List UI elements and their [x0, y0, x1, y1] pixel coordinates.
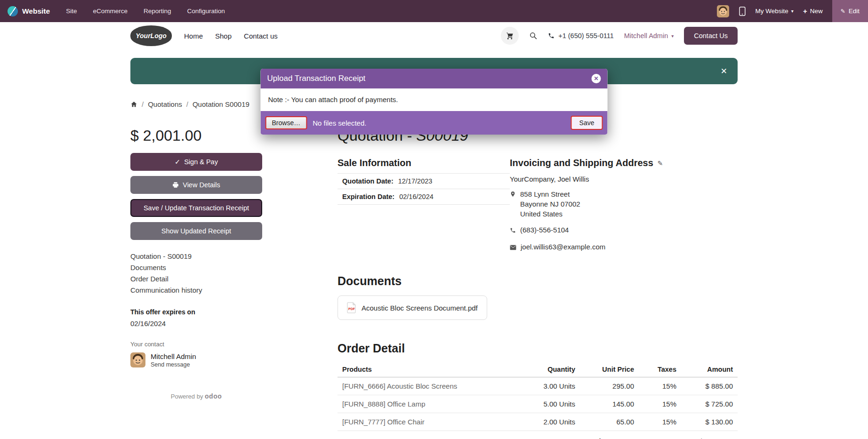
untaxed-amount-label: Untaxed Amount — [573, 437, 629, 439]
sidebar-anchor-links: Quotation - S00019 Documents Order Detai… — [130, 252, 262, 294]
user-menu-dropdown[interactable]: Mitchell Admin ▾ — [624, 32, 674, 40]
topbar-menu-reporting[interactable]: Reporting — [144, 8, 171, 15]
dialog-note: Note :- You can attach proof of payments… — [268, 96, 398, 104]
printer-icon — [172, 182, 179, 188]
quotation-sidebar: $ 2,001.00 ✓ Sign & Pay View Details Sav… — [130, 127, 262, 400]
nav-contact-us[interactable]: Contact us — [244, 32, 278, 40]
nav-home[interactable]: Home — [184, 32, 203, 40]
save-update-receipt-button[interactable]: Save / Update Transaction Receipt — [130, 199, 262, 217]
pencil-icon: ✎ — [841, 8, 845, 15]
dialog-footer: Browse… No files selected. Save — [261, 111, 608, 135]
order-detail-heading: Order Detail — [338, 342, 738, 355]
view-details-button[interactable]: View Details — [130, 176, 262, 194]
contact-label: Your contact — [130, 341, 262, 348]
my-website-dropdown[interactable]: My Website ▾ — [755, 8, 794, 15]
dialog-close-icon[interactable]: ✕ — [592, 74, 601, 83]
sale-information-heading: Sale Information — [338, 158, 510, 168]
envelope-icon — [510, 243, 516, 253]
breadcrumb-quotations[interactable]: Quotations — [148, 100, 182, 108]
upload-receipt-dialog: Upload Transaction Receipt ✕ Note :- You… — [261, 69, 608, 135]
user-avatar[interactable] — [717, 5, 729, 17]
topbar-menu-configuration[interactable]: Configuration — [187, 8, 225, 15]
mobile-preview-icon[interactable] — [739, 7, 746, 16]
dialog-header: Upload Transaction Receipt ✕ — [261, 69, 608, 88]
dialog-title: Upload Transaction Receipt — [267, 74, 366, 83]
show-updated-receipt-button[interactable]: Show Updated Receipt — [130, 222, 262, 240]
document-filename: Acoustic Bloc Screens Document.pdf — [362, 304, 478, 312]
topbar-menu-site[interactable]: Site — [66, 8, 77, 15]
new-button[interactable]: + New — [803, 7, 823, 15]
order-detail-section: Order Detail Products Quantity Unit Pric… — [338, 342, 738, 439]
quotation-total-amount: $ 2,001.00 — [130, 127, 262, 144]
order-table-header-row: Products Quantity Unit Price Taxes Amoun… — [338, 362, 738, 377]
odoo-logo: odoo — [205, 392, 222, 400]
chevron-down-icon: ▾ — [791, 8, 794, 14]
search-button[interactable] — [529, 32, 538, 40]
send-message-link[interactable]: Send message — [151, 361, 196, 368]
topbar-menu: Site eCommerce Reporting Configuration — [66, 8, 225, 15]
topbar-menu-ecommerce[interactable]: eCommerce — [93, 8, 128, 15]
edit-button[interactable]: ✎ Edit — [832, 0, 868, 22]
edit-label: Edit — [849, 8, 860, 15]
contact-avatar — [130, 352, 145, 367]
site-header-right: +1 (650) 555-0111 Mitchell Admin ▾ Conta… — [501, 27, 738, 45]
quotation-date-row: Quotation Date: 12/17/2023 — [338, 173, 510, 189]
breadcrumb-separator: / — [186, 100, 188, 108]
save-button[interactable]: Save — [571, 116, 603, 130]
col-unit-price: Unit Price — [580, 362, 639, 377]
website-header: YourLogo Home Shop Contact us +1 (650) 5… — [0, 22, 868, 49]
order-lines-table: Products Quantity Unit Price Taxes Amoun… — [338, 362, 738, 431]
website-app-icon — [8, 6, 18, 16]
sidebar-link-order-detail[interactable]: Order Detail — [130, 275, 262, 283]
nav-shop[interactable]: Shop — [215, 32, 232, 40]
sign-and-pay-button[interactable]: ✓ Sign & Pay — [130, 153, 262, 171]
website-app-menu[interactable]: Website — [8, 6, 50, 16]
offer-expiry: This offer expires on 02/16/2024 — [130, 308, 262, 327]
browse-file-button[interactable]: Browse… — [265, 116, 307, 129]
map-pin-icon — [510, 190, 516, 219]
address-company: YourCompany, Joel Willis — [510, 175, 738, 183]
address-email-row: joel.willis63@example.com — [510, 242, 738, 253]
sidebar-link-communication-history[interactable]: Communication history — [130, 286, 262, 294]
new-label: New — [810, 8, 823, 15]
untaxed-amount-row: Untaxed Amount $ 1,740.00 — [338, 431, 738, 439]
powered-by: Powered by odoo — [130, 392, 262, 400]
contact-email-link[interactable]: joel.willis63@example.com — [521, 242, 605, 253]
my-website-label: My Website — [755, 8, 788, 15]
cart-icon — [506, 32, 514, 40]
expiry-date: 02/16/2024 — [130, 319, 262, 327]
header-phone-link[interactable]: +1 (650) 555-0111 — [548, 32, 614, 40]
edit-address-icon[interactable]: ✎ — [658, 160, 663, 167]
site-nav: Home Shop Contact us — [184, 32, 278, 40]
documents-heading: Documents — [338, 274, 738, 288]
svg-text:PDF: PDF — [348, 307, 355, 311]
your-contact-block: Your contact Mitchell Admin — [130, 341, 262, 368]
pdf-file-icon: PDF — [347, 302, 356, 313]
cart-button[interactable] — [501, 27, 519, 45]
documents-section: Documents PDF Acoustic Bloc Screens Docu… — [338, 274, 738, 320]
plus-icon: + — [803, 7, 807, 15]
contact-us-button[interactable]: Contact Us — [684, 27, 738, 45]
invoicing-shipping-section: Invoicing and Shipping Address ✎ YourCom… — [510, 158, 738, 253]
col-quantity: Quantity — [519, 362, 580, 377]
banner-close-icon[interactable]: ✕ — [721, 66, 727, 76]
phone-icon — [548, 32, 555, 39]
check-icon: ✓ — [175, 158, 180, 166]
file-status-text: No files selected. — [313, 119, 366, 127]
document-attachment[interactable]: PDF Acoustic Bloc Screens Document.pdf — [338, 295, 487, 320]
untaxed-amount-value: $ 1,740.00 — [629, 437, 733, 439]
address-phone-row: (683)-556-5104 — [510, 225, 738, 236]
sidebar-link-quotation[interactable]: Quotation - S00019 — [130, 252, 262, 260]
col-products: Products — [338, 362, 519, 377]
site-logo[interactable]: YourLogo — [130, 25, 172, 46]
sidebar-link-documents[interactable]: Documents — [130, 263, 262, 271]
avatar-image — [717, 5, 729, 17]
expiry-label: This offer expires on — [130, 308, 262, 316]
order-line-row: [FURN_7777] Office Chair 2.00 Units 65.0… — [338, 413, 738, 431]
order-line-row: [FURN_6666] Acoustic Bloc Screens 3.00 U… — [338, 377, 738, 395]
address-heading: Invoicing and Shipping Address — [510, 158, 653, 168]
site-logo-text: YourLogo — [136, 32, 167, 40]
home-icon[interactable] — [130, 101, 137, 108]
chevron-down-icon: ▾ — [671, 33, 674, 39]
col-taxes: Taxes — [639, 362, 681, 377]
